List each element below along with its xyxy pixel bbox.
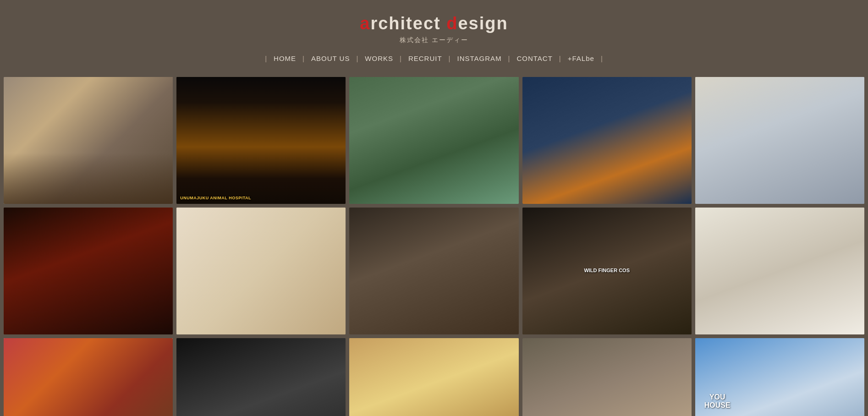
image-gallery: UNUMAJUKU ANIMAL HOSPITAL xyxy=(0,73,868,416)
gallery-section: UNUMAJUKU ANIMAL HOSPITAL xyxy=(0,73,868,416)
site-subtitle: 株式会社 エーディー xyxy=(0,36,868,44)
gallery-item-9-text: WILD FINGER COS xyxy=(584,268,630,274)
nav-sep-4: | xyxy=(449,55,451,62)
logo-suffix: esign xyxy=(458,14,508,33)
gallery-item-13[interactable] xyxy=(349,338,518,416)
gallery-item-10[interactable] xyxy=(695,208,864,334)
nav-contact[interactable]: CONTACT xyxy=(514,53,555,64)
gallery-item-4[interactable] xyxy=(522,77,692,204)
gallery-item-15[interactable]: YOUHOUSE xyxy=(695,338,864,416)
nav-sep-1: | xyxy=(302,55,305,62)
nav-sep-2: | xyxy=(356,55,358,62)
nav-works[interactable]: WORKS xyxy=(362,53,396,64)
nav-about[interactable]: ABOUT US xyxy=(308,53,352,64)
logo-d: d xyxy=(446,14,458,33)
nav-sep-6: | xyxy=(559,55,561,62)
gallery-item-15-text: YOUHOUSE xyxy=(704,393,731,410)
gallery-item-12[interactable]: FALbe xyxy=(176,338,346,416)
gallery-item-11[interactable] xyxy=(4,338,173,416)
main-nav: | HOME | ABOUT US | WORKS | RECRUIT | IN… xyxy=(0,53,868,64)
nav-sep-7: | xyxy=(601,55,603,62)
gallery-item-3[interactable] xyxy=(349,77,518,204)
nav-falbe[interactable]: +FALbe xyxy=(565,53,597,64)
logo-a: a xyxy=(360,14,370,33)
gallery-item-8[interactable] xyxy=(349,208,518,334)
nav-instagram[interactable]: INSTAGRAM xyxy=(454,53,504,64)
gallery-item-2-text: UNUMAJUKU ANIMAL HOSPITAL xyxy=(180,196,251,200)
gallery-item-2[interactable]: UNUMAJUKU ANIMAL HOSPITAL xyxy=(176,77,346,204)
gallery-item-5[interactable] xyxy=(695,77,864,204)
gallery-item-7[interactable] xyxy=(176,208,346,334)
logo-prefix: rchitect xyxy=(370,14,446,33)
nav-recruit[interactable]: RECRUIT xyxy=(406,53,445,64)
nav-sep-0: | xyxy=(265,55,267,62)
nav-home[interactable]: HOME xyxy=(271,53,299,64)
gallery-item-6[interactable] xyxy=(4,208,173,334)
nav-sep-5: | xyxy=(508,55,511,62)
site-logo: architect design xyxy=(0,14,868,33)
gallery-item-9[interactable]: WILD FINGER COS xyxy=(522,208,692,334)
gallery-item-14[interactable] xyxy=(522,338,692,416)
nav-sep-3: | xyxy=(400,55,402,62)
gallery-item-1[interactable] xyxy=(4,77,173,204)
site-header: architect design 株式会社 エーディー | HOME | ABO… xyxy=(0,0,868,73)
